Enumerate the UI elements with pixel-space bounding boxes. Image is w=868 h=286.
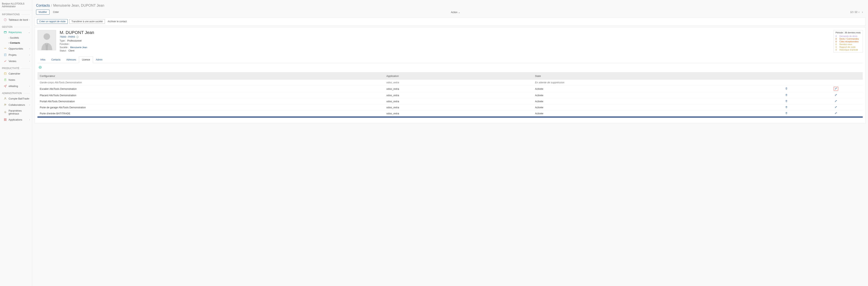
plane-icon: [3, 84, 7, 88]
sidebar-item-compte[interactable]: Compte BatiTrade ›: [0, 95, 32, 102]
create-visit-report-button[interactable]: Créer un rapport de visite: [37, 19, 68, 24]
trash-icon[interactable]: [785, 94, 788, 97]
svg-rect-9: [5, 119, 6, 119]
sidebar-item-calendrier[interactable]: Calendrier: [0, 70, 32, 77]
stats-row[interactable]: 0Cdes réceptionnées: [836, 40, 861, 43]
sidebar-subitem-societes[interactable]: - Sociétés: [0, 35, 32, 40]
sidebar-item-projets[interactable]: Projets ›: [0, 52, 32, 58]
chevron-right-icon: ›: [29, 60, 30, 62]
table-row[interactable]: Garde-corps AlloTools Demonstrationodoo_…: [37, 80, 863, 85]
tab-licence[interactable]: Licence: [79, 56, 93, 63]
profile-name: M. DUPONT Jean: [60, 30, 834, 35]
table-row[interactable]: Portail AlloTools Demonstrationodoo_extr…: [37, 98, 863, 104]
edit-icon[interactable]: [835, 106, 837, 109]
trash-icon[interactable]: [785, 100, 788, 103]
svg-point-5: [4, 104, 5, 105]
sidebar-item-collaborateurs[interactable]: Collaborateurs ›: [0, 102, 32, 108]
table-row[interactable]: Placard AlloTools Demonstrationodoo_extr…: [37, 92, 863, 98]
edit-icon[interactable]: [835, 112, 837, 115]
sidebar-item-applications[interactable]: Applications ›: [0, 116, 32, 123]
stats-row[interactable]: 0Demande de devis: [836, 35, 861, 37]
check-icon[interactable]: [39, 66, 42, 70]
svg-rect-2: [4, 54, 6, 56]
map-pin-icon: ◎: [76, 36, 79, 38]
stats-row[interactable]: 0Historique d'activité: [836, 49, 861, 51]
chevron-right-icon: ›: [29, 19, 30, 21]
table-row[interactable]: Porte d'entrée BATITRADEodoo_extraActivé…: [37, 110, 863, 116]
svg-point-4: [5, 97, 6, 98]
sidebar-item-label: Projets: [8, 53, 29, 56]
col-state[interactable]: State: [533, 73, 764, 80]
action-dropdown[interactable]: Action ⌄: [451, 11, 460, 13]
profile-location[interactable]: 75000 - PARIS ◎: [60, 35, 834, 38]
sidebar-item-repertoires[interactable]: Répertoires ⌄: [0, 29, 32, 35]
tab-adresses[interactable]: Adresses: [63, 56, 79, 63]
control-bar: Modifier Créer Action ⌄ 12 / 22 ‹ ›: [32, 9, 868, 17]
sidebar-item-opportunites[interactable]: Opportunités ›: [0, 46, 32, 52]
tab-infos[interactable]: Infos: [37, 56, 48, 63]
chevron-down-icon: ⌄: [458, 11, 460, 13]
tab-admin[interactable]: Admin: [93, 56, 105, 63]
company-link[interactable]: Menuiserie Jean: [70, 46, 87, 49]
trash-icon[interactable]: [785, 112, 788, 115]
section-productivite: PRODUCTIVITÉ: [0, 64, 32, 70]
sidebar-item-label: Collaborateurs: [8, 104, 29, 106]
svg-rect-11: [5, 120, 6, 120]
create-button[interactable]: Créer: [51, 10, 61, 15]
users-icon: [3, 103, 7, 107]
pager-position: 12 / 22: [850, 11, 858, 13]
sidebar-item-ventes[interactable]: Ventes ›: [0, 58, 32, 64]
breadcrumb: Contacts / Menuiserie Jean, DUPONT Jean: [32, 0, 868, 9]
trash-icon[interactable]: [785, 87, 788, 90]
sidebar-item-dashboards[interactable]: Tableaux de bord ›: [0, 17, 32, 23]
stats-row[interactable]: 0Rendez-vous: [836, 43, 861, 46]
gear-icon: [3, 110, 7, 114]
chevron-right-icon: ›: [29, 118, 30, 121]
table-row[interactable]: Porte de garage AlloTools Demonstrationo…: [37, 104, 863, 110]
sidebar-item-notes[interactable]: Notes: [0, 77, 32, 83]
sidebar-item-label: Tableaux de bord: [8, 18, 29, 21]
breadcrumb-root[interactable]: Contacts: [36, 3, 50, 8]
breadcrumb-current: Menuiserie Jean, DUPONT Jean: [53, 3, 104, 8]
sidebar-item-emailing[interactable]: eMailing ›: [0, 83, 32, 89]
sidebar-item-label: Opportunités: [8, 47, 29, 50]
building-icon: [3, 53, 7, 57]
svg-rect-1: [4, 31, 6, 33]
sidebar-item-label: Paramètres généraux: [8, 109, 30, 115]
sidebar: Bonjour ALLOTOOLS Administrator INFORMAT…: [0, 0, 32, 286]
stats-period: Période : 36 derniers mois: [836, 31, 861, 34]
section-administration: ADMINISTRATION: [0, 89, 32, 95]
col-application[interactable]: Application: [384, 73, 533, 80]
edit-icon[interactable]: [835, 100, 837, 103]
tab-body-licence: Configurateur Application State Garde-co…: [37, 63, 863, 120]
modify-button[interactable]: Modifier: [36, 9, 50, 15]
pager-next[interactable]: ›: [861, 10, 864, 14]
stats-row[interactable]: 0Devis / Commandes: [836, 38, 861, 40]
sidebar-subitem-contacts[interactable]: - Contacts: [0, 40, 32, 46]
sidebar-item-parametres[interactable]: Paramètres généraux: [0, 108, 32, 116]
chevron-right-icon: ›: [29, 48, 30, 50]
licence-table: Configurateur Application State Garde-co…: [37, 73, 863, 116]
chart-icon: [3, 59, 7, 63]
col-configurateur[interactable]: Configurateur: [37, 73, 384, 80]
table-row[interactable]: Escalier AlloTools Demonstrationodoo_ext…: [37, 85, 863, 92]
sidebar-item-label: eMailing: [8, 85, 29, 88]
chevron-right-icon: ›: [29, 54, 30, 56]
svg-rect-3: [4, 73, 6, 75]
stats-row[interactable]: 0Rapport de visite: [836, 46, 861, 48]
svg-point-6: [5, 104, 6, 105]
horizontal-scrollbar[interactable]: [37, 116, 863, 118]
archive-link[interactable]: Archiver le contact: [107, 20, 127, 23]
avatar: [37, 30, 56, 50]
edit-icon[interactable]: [835, 94, 837, 97]
tab-contacts[interactable]: Contacts: [48, 56, 63, 63]
edit-icon[interactable]: [835, 87, 837, 90]
trash-icon[interactable]: [785, 106, 788, 109]
folder-icon: [3, 30, 7, 34]
edit-highlight[interactable]: [834, 87, 838, 91]
transfer-button[interactable]: Transférer à une autre société: [69, 19, 105, 24]
action-strip: Créer un rapport de visite Transférer à …: [34, 17, 866, 26]
pager-prev[interactable]: ‹: [857, 10, 861, 14]
sidebar-item-label: Applications: [8, 118, 29, 121]
svg-point-7: [5, 112, 6, 113]
